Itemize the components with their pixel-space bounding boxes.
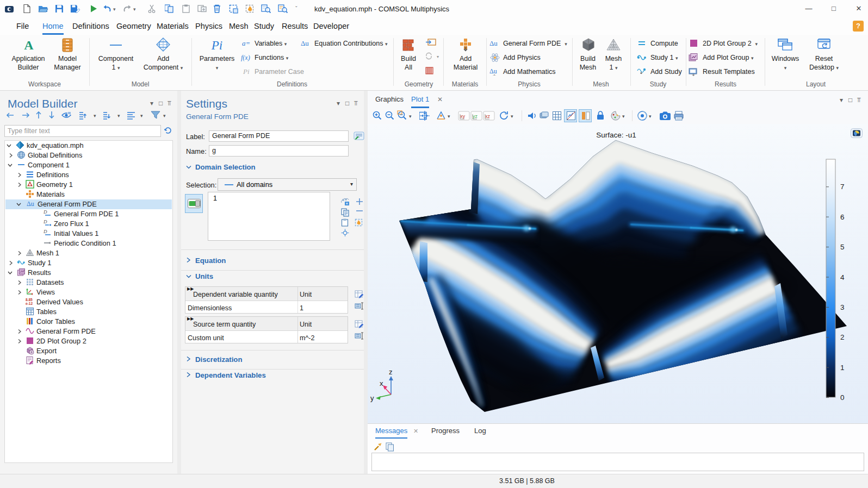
svg-text:e-12: e-12 — [26, 302, 33, 305]
svg-text:3: 3 — [840, 303, 845, 311]
svg-text:y: y — [370, 394, 374, 402]
svg-text:D: D — [43, 219, 47, 224]
svg-text:Δu: Δu — [489, 67, 497, 75]
svg-text:5: 5 — [840, 243, 845, 251]
svg-text:2: 2 — [840, 333, 845, 341]
svg-text:D: D — [43, 209, 47, 215]
svg-text:0: 0 — [840, 393, 845, 402]
svg-text:xy: xy — [460, 114, 466, 119]
svg-text:8.85: 8.85 — [26, 298, 33, 302]
svg-text:Surface: -u1: Surface: -u1 — [596, 131, 636, 139]
svg-text:4: 4 — [840, 273, 845, 281]
svg-text:6: 6 — [840, 213, 845, 221]
svg-text:a=: a= — [242, 39, 250, 47]
svg-text:1: 1 — [840, 364, 845, 372]
svg-text:Pi: Pi — [211, 39, 222, 52]
svg-text:f(x): f(x) — [241, 54, 250, 61]
svg-text:Δu: Δu — [27, 200, 34, 208]
svg-text:D: D — [43, 229, 47, 234]
svg-text:A: A — [24, 38, 34, 52]
svg-text:z: z — [389, 368, 393, 376]
svg-text:Δu: Δu — [301, 39, 309, 47]
svg-text:yz: yz — [473, 114, 478, 119]
svg-text:Pi: Pi — [243, 67, 250, 76]
svg-text:7: 7 — [840, 183, 845, 191]
svg-text:x: x — [380, 379, 383, 387]
svg-text:xz: xz — [485, 114, 491, 119]
svg-text:Δu: Δu — [489, 39, 498, 47]
